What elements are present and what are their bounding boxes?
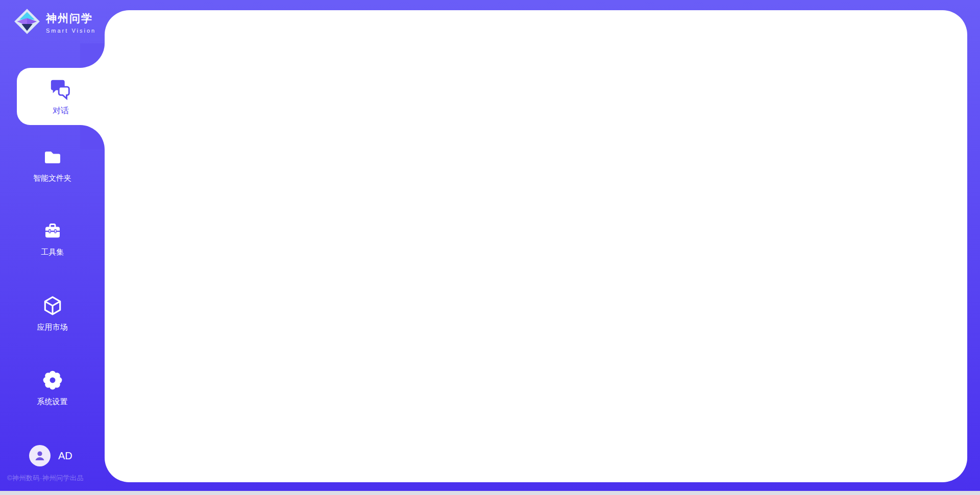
copyright-footer: ©神州数码·神州问学出品 (7, 474, 84, 483)
tab-fillet-bottom (80, 125, 105, 150)
avatar (29, 445, 51, 466)
tab-fillet-top (80, 43, 105, 68)
sidebar-item-smart-folder[interactable]: 智能文件夹 (0, 147, 105, 183)
folder-icon (42, 147, 63, 169)
window-bottom-edge (0, 491, 980, 495)
chat-bubbles-icon (49, 77, 72, 102)
brand-subtitle: Smart Vision (46, 28, 96, 34)
user-account[interactable]: AD (29, 445, 72, 466)
sidebar-item-settings[interactable]: 系统设置 (0, 369, 105, 407)
brand-name: 神州问学 (46, 11, 96, 26)
sidebar-item-label: 系统设置 (37, 397, 68, 407)
briefcase-icon (42, 221, 63, 243)
sidebar-item-label: 工具集 (41, 247, 64, 257)
sidebar-item-label: 应用市场 (37, 323, 68, 332)
user-label: AD (58, 450, 72, 462)
sidebar-item-app-market[interactable]: 应用市场 (0, 295, 105, 332)
brand-logo-block: 神州问学 Smart Vision (13, 8, 96, 37)
sidebar-item-label: 对话 (53, 106, 69, 116)
gear-icon (42, 369, 63, 393)
sidebar-item-toolset[interactable]: 工具集 (0, 221, 105, 257)
main-content-panel (105, 10, 967, 482)
sidebar-item-label: 智能文件夹 (33, 174, 71, 183)
sidebar-item-chat[interactable]: 对话 (17, 68, 105, 125)
brand-diamond-icon (13, 8, 41, 37)
cube-icon (42, 295, 63, 318)
